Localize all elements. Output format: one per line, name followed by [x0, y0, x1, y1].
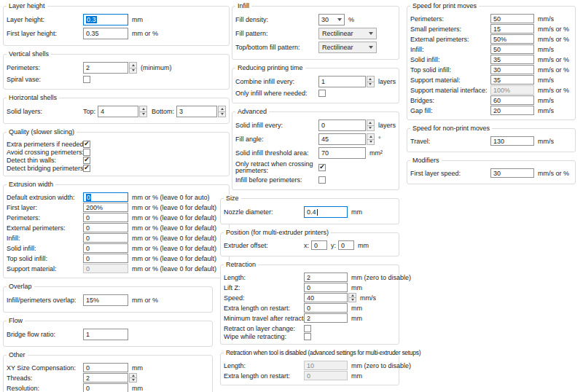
wipe-checkbox[interactable] [304, 333, 311, 340]
combine-infill-input[interactable] [318, 76, 366, 87]
retract-speed-input[interactable] [304, 293, 348, 302]
small-perimeters-speed-input[interactable] [490, 24, 534, 34]
spinner[interactable] [367, 133, 375, 145]
field-label: Perimeters: [410, 15, 490, 23]
spinner-down-icon[interactable] [139, 112, 147, 118]
first-layer-speed-input[interactable] [490, 168, 534, 178]
default-extrusion-width-input[interactable]: 0 [83, 192, 128, 202]
retract-extra-length-input[interactable] [304, 303, 348, 313]
spinner[interactable] [129, 62, 137, 74]
setting-row: Infill: mm/s [410, 44, 572, 54]
support-material-speed-input[interactable] [490, 75, 534, 85]
extra-perimeters-checkbox[interactable] [83, 141, 90, 148]
solid-layers-bottom-input[interactable] [176, 106, 217, 117]
spinner[interactable] [367, 119, 375, 131]
solid-infill-extrusion-input[interactable] [83, 243, 128, 253]
extruder-offset-y-input[interactable] [338, 240, 354, 250]
spinner-up-icon[interactable] [348, 293, 356, 298]
setting-row: Extra length on restart: mm [224, 371, 396, 380]
fill-pattern-dropdown[interactable]: Rectilinear [318, 28, 377, 39]
setting-row: Avoid crossing perimeters: [7, 148, 226, 156]
bridges-speed-input[interactable] [490, 95, 534, 105]
spinner-down-icon[interactable] [367, 126, 375, 132]
spinner[interactable] [129, 373, 137, 383]
retract-min-travel-input[interactable] [304, 313, 348, 323]
infill-before-perimeters-checkbox[interactable] [318, 176, 326, 184]
spinner-up-icon[interactable] [367, 119, 375, 126]
field-unit: (minimum) [141, 64, 172, 71]
infill-speed-input[interactable] [490, 44, 534, 54]
setting-row: Length: mm (zero to disable) [224, 273, 396, 282]
field-label: Only retract when crossing perimeters: [235, 161, 318, 174]
field-unit: mm/s [538, 46, 554, 53]
resolution-input[interactable] [83, 383, 128, 392]
setting-row: Only infill where needed: [235, 90, 396, 97]
layer-height-input[interactable]: 0.3 [83, 14, 128, 26]
support-interface-speed-input[interactable] [490, 85, 534, 95]
field-label: Infill/perimeters overlap: [7, 297, 83, 304]
spinner-up-icon[interactable] [139, 106, 147, 112]
setting-row: Solid infill: mm/s or % [410, 55, 572, 64]
setting-row: Solid infill threshold area: mm² [235, 147, 396, 159]
travel-speed-input[interactable] [490, 136, 534, 146]
field-unit: mm or % [132, 30, 158, 37]
solid-infill-speed-input[interactable] [490, 55, 534, 64]
selected-text: 0 [86, 194, 91, 201]
first-layer-extrusion-input[interactable] [83, 203, 128, 212]
field-label: Resolution: [7, 385, 83, 392]
retract-length-input[interactable] [304, 273, 348, 282]
field-unit: ° [378, 136, 381, 143]
external-perimeter-extrusion-input[interactable] [83, 223, 128, 232]
retract-length-toolchange-input[interactable] [304, 361, 348, 370]
nozzle-diameter-input[interactable]: 0.4 [304, 206, 348, 218]
spinner[interactable] [348, 293, 356, 302]
field-unit: mm [132, 16, 143, 23]
retract-layer-change-checkbox[interactable] [304, 325, 311, 332]
group-extrusion-width: Extrusion width Default extrusion width:… [3, 184, 230, 278]
avoid-crossing-perimeters-checkbox[interactable] [83, 149, 90, 156]
gap-fill-speed-input[interactable] [490, 106, 534, 115]
detect-bridging-perimeters-checkbox[interactable] [83, 165, 90, 172]
solid-layers-top-input[interactable] [98, 106, 138, 117]
xy-size-compensation-input[interactable] [83, 363, 128, 372]
perimeters-input[interactable] [83, 62, 128, 74]
perimeter-extrusion-input[interactable] [83, 213, 128, 222]
first-layer-height-input[interactable] [83, 28, 128, 39]
fill-density-combobox[interactable]: 30 [318, 14, 345, 26]
spinner-down-icon[interactable] [129, 68, 137, 74]
spinner-down-icon[interactable] [348, 298, 356, 302]
spiral-vase-checkbox[interactable] [83, 76, 90, 83]
extruder-offset-x-input[interactable] [311, 240, 327, 250]
spinner-up-icon[interactable] [129, 373, 137, 378]
spinner-down-icon[interactable] [367, 140, 375, 146]
spinner-up-icon[interactable] [367, 133, 375, 140]
group-title: Position (for multi-extruder printers) [224, 229, 331, 236]
spinner-up-icon[interactable] [367, 76, 375, 82]
field-label: Solid infill every: [235, 122, 318, 129]
bottom-label: Bottom: [152, 108, 174, 115]
infill-extrusion-input[interactable] [83, 233, 128, 243]
solid-infill-every-input[interactable] [318, 119, 366, 131]
infill-perimeters-overlap-input[interactable] [83, 294, 128, 306]
spinner-up-icon[interactable] [129, 62, 137, 68]
detect-thin-walls-checkbox[interactable] [83, 157, 90, 164]
threads-input[interactable] [83, 373, 128, 383]
spinner[interactable] [367, 76, 375, 87]
spinner[interactable] [139, 106, 147, 117]
support-material-extrusion-input[interactable] [83, 264, 128, 273]
top-bottom-fill-pattern-dropdown[interactable]: Rectilinear [318, 42, 377, 53]
retract-restart-extra-toolchange-input[interactable] [304, 371, 348, 380]
external-perimeters-speed-input[interactable] [490, 34, 534, 44]
top-solid-infill-extrusion-input[interactable] [83, 254, 128, 263]
only-retract-crossing-checkbox[interactable] [318, 164, 326, 171]
group-advanced: Advanced Solid infill every: layers Fill… [232, 111, 399, 190]
only-infill-where-needed-checkbox[interactable] [318, 90, 326, 97]
bridge-flow-ratio-input[interactable] [83, 329, 128, 340]
top-solid-infill-speed-input[interactable] [490, 65, 534, 74]
retract-lift-z-input[interactable] [304, 283, 348, 292]
spinner-down-icon[interactable] [367, 82, 375, 88]
solid-infill-threshold-input[interactable] [318, 147, 366, 159]
fill-angle-input[interactable] [318, 133, 366, 145]
perimeters-speed-input[interactable] [490, 14, 534, 23]
spinner-down-icon[interactable] [129, 378, 137, 383]
